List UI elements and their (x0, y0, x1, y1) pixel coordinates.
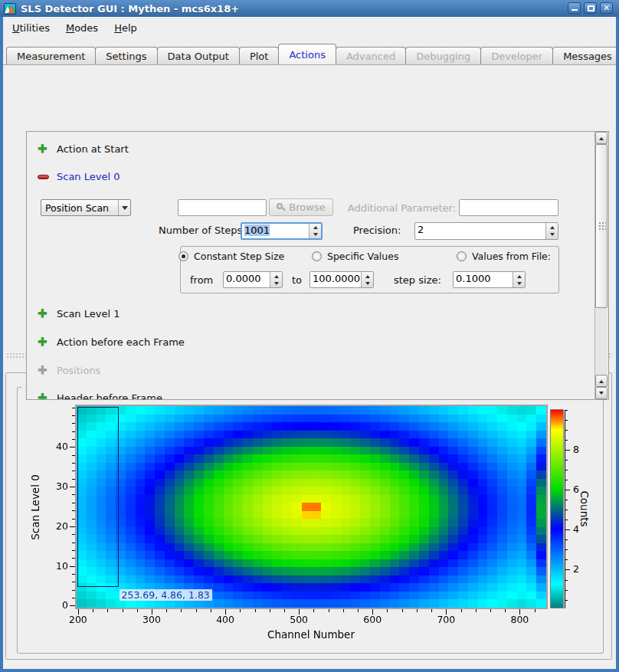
arrow-down-icon (599, 392, 604, 397)
axis-tick (72, 519, 75, 520)
axis-tick (343, 609, 344, 612)
axis-tick-label: 8 (573, 444, 591, 455)
tab-measurement[interactable]: Measurement (6, 47, 96, 64)
axis-tick (72, 408, 75, 408)
axis-tick (402, 609, 403, 612)
spinner-buttons[interactable] (270, 272, 282, 287)
radio-specific-values[interactable]: Specific Values (312, 251, 398, 262)
axis-tick (72, 605, 75, 606)
radio-constant-step-size[interactable]: Constant Step Size (178, 251, 284, 262)
close-button[interactable]: ✕ (600, 2, 613, 14)
axis-tick (72, 526, 75, 527)
tab-bar: Measurement Settings Data Output Plot Ac… (6, 44, 619, 64)
script-file-input[interactable] (178, 199, 267, 216)
axis-tick (72, 415, 75, 416)
spinner-buttons[interactable] (513, 272, 525, 287)
colorbar (550, 409, 564, 608)
axis-tick (446, 609, 447, 612)
axis-tick (72, 439, 75, 440)
axis-tick (72, 510, 75, 511)
menu-modes[interactable]: Modes (59, 19, 105, 37)
scan-level-0-label[interactable]: Scan Level 0 (57, 171, 120, 182)
plus-icon[interactable]: ✚ (38, 336, 49, 348)
axis-tick (565, 470, 568, 470)
axis-tick (519, 609, 520, 612)
scan-mode-select[interactable]: Position Scan (41, 199, 131, 216)
axis-tick (72, 566, 75, 567)
axis-tick-label: 30 (44, 480, 68, 492)
axis-tick (565, 410, 568, 411)
precision-label: Precision: (353, 225, 401, 236)
axis-tick-label: 20 (44, 520, 68, 532)
tab-data-output[interactable]: Data Output (157, 47, 240, 64)
scroll-down-button[interactable] (595, 387, 608, 399)
maximize-icon (588, 5, 594, 11)
axis-tick (431, 609, 432, 612)
axis-tick (565, 490, 568, 490)
plus-icon[interactable]: ✚ (38, 143, 49, 155)
tab-actions[interactable]: Actions (278, 44, 336, 64)
title-bar[interactable]: SLS Detector GUI : Mythen - mcs6x18+ ✕ (0, 0, 619, 17)
axis-tick (72, 598, 75, 598)
action-before-frame-label[interactable]: Action before each Frame (57, 336, 185, 348)
plus-icon[interactable]: ✚ (38, 308, 49, 320)
tab-plot[interactable]: Plot (239, 47, 280, 64)
tab-advanced: Advanced (336, 47, 406, 64)
to-value: 100.0000 (310, 272, 361, 287)
from-spinbox[interactable]: 0.0000 (223, 271, 283, 288)
spinner-buttons[interactable] (309, 224, 321, 238)
axis-tick (565, 580, 568, 581)
heatmap-canvas[interactable] (77, 406, 546, 608)
plus-icon[interactable]: ✚ (38, 392, 49, 400)
vertical-scrollbar[interactable] (594, 132, 608, 399)
radio-icon (457, 251, 467, 261)
axis-tick (107, 609, 108, 612)
axis-tick (72, 582, 75, 582)
axis-tick (565, 600, 568, 601)
scroll-up-button-2[interactable] (595, 375, 608, 387)
minus-icon[interactable] (38, 175, 49, 179)
spinner-buttons[interactable] (545, 223, 558, 239)
dropdown-button[interactable] (118, 200, 130, 215)
maximize-button[interactable] (584, 2, 597, 14)
scroll-up-button[interactable] (595, 132, 608, 144)
spin-down-icon (550, 233, 555, 238)
axis-tick (565, 569, 568, 570)
header-before-frame-label[interactable]: Header before Frame (57, 392, 162, 400)
axis-tick (565, 520, 568, 520)
menu-help[interactable]: Help (107, 19, 144, 37)
axis-tick (152, 609, 152, 612)
menu-utilities[interactable]: Utilities (5, 19, 57, 37)
axis-tick (72, 534, 75, 535)
axis-tick (166, 609, 167, 612)
spin-up-icon (313, 224, 318, 229)
minimize-button[interactable] (568, 2, 581, 14)
step-size-spinbox[interactable]: 0.1000 (453, 271, 526, 288)
menu-bar: Utilities Modes Help (3, 17, 616, 38)
to-spinbox[interactable]: 100.0000 (310, 271, 374, 288)
scan-level-1-label[interactable]: Scan Level 1 (57, 308, 120, 320)
tab-settings[interactable]: Settings (95, 47, 157, 64)
axis-tick (565, 539, 568, 540)
radio-icon (178, 251, 188, 261)
additional-parameter-input[interactable] (459, 199, 558, 216)
actions-tab-page: ✚ Action at Start Scan Level 0 Position … (3, 64, 616, 336)
action-at-start-label[interactable]: Action at Start (57, 143, 129, 155)
window-border-bottom (0, 669, 619, 672)
minimize-icon (572, 9, 578, 11)
tab-messages[interactable]: Messages (552, 47, 619, 64)
axis-tick (284, 609, 285, 612)
scrollbar-thumb[interactable] (595, 144, 608, 308)
radio-values-from-file[interactable]: Values from File: (457, 251, 551, 262)
scan-mode-value: Position Scan (41, 202, 118, 214)
axis-tick (72, 431, 75, 432)
axis-tick-label: 200 (63, 614, 93, 625)
precision-spinbox[interactable]: 2 (414, 222, 558, 240)
axis-tick (535, 609, 535, 612)
axis-tick (72, 574, 75, 575)
number-of-steps-spinbox[interactable]: 1001 (241, 222, 323, 240)
axis-tick (565, 500, 568, 500)
spinner-buttons[interactable] (361, 272, 373, 287)
axis-tick (565, 549, 568, 550)
spin-up-icon (550, 224, 555, 229)
